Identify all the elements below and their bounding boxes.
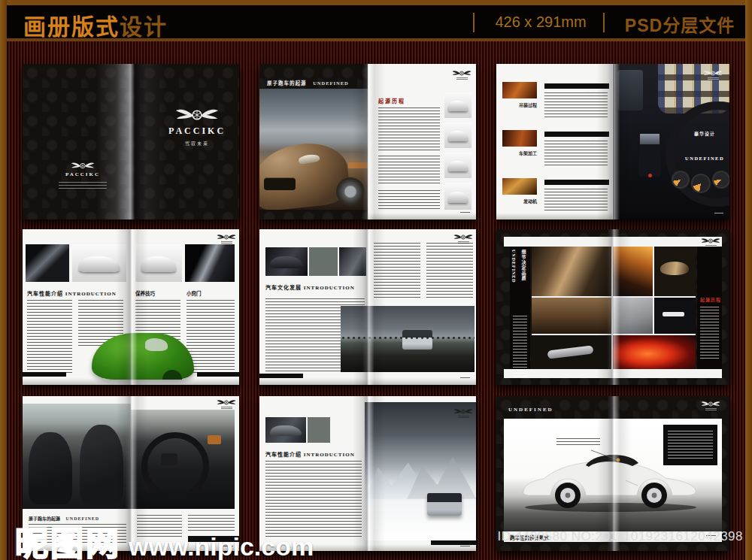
spread-details: UNDEFINED 细节决定品质 起源历程 bbox=[496, 229, 729, 385]
logo-underline bbox=[458, 241, 469, 244]
back-cover-block: PACCIKC bbox=[54, 162, 111, 191]
windshield-shape bbox=[145, 338, 168, 350]
poster-canvas: 画册版式设计 426 x 291mm PSD分层文件 PACCIKC PACCI… bbox=[0, 0, 752, 560]
car-silhouette bbox=[78, 256, 120, 272]
brand-logo-icon bbox=[217, 399, 236, 409]
gauge-shape bbox=[712, 171, 729, 189]
vertical-title-cn: 细节决定品质 bbox=[520, 250, 527, 281]
car-profile-photo bbox=[504, 419, 722, 531]
page-title-main: 画册版式 bbox=[23, 14, 120, 39]
spread-performance: 汽车性能介绍 INTRODUCTION 保养技巧 小窍门 bbox=[23, 229, 239, 385]
car-silhouette bbox=[447, 161, 468, 171]
page-curl-shadow bbox=[259, 378, 476, 385]
seats-photo bbox=[23, 404, 131, 509]
seat-shape bbox=[80, 425, 123, 504]
text-lines bbox=[426, 243, 473, 298]
section-bar: 生产流程 bbox=[544, 180, 609, 185]
car-thumbnail bbox=[135, 244, 182, 282]
file-format-label: PSD分层文件 bbox=[613, 11, 747, 37]
text-lines bbox=[374, 243, 420, 298]
grille-shape bbox=[264, 177, 296, 190]
spread-culture: 汽车文化发展 INTRODUCTION bbox=[259, 229, 476, 385]
car-detail-photo bbox=[26, 244, 69, 282]
section-heading: 汽车性能介绍 INTRODUCTION bbox=[27, 289, 117, 297]
car-silhouette bbox=[270, 425, 302, 436]
text-lines bbox=[668, 431, 713, 459]
factory-photo bbox=[502, 178, 537, 195]
header-divider bbox=[473, 13, 475, 32]
car-hood-shape bbox=[259, 140, 351, 210]
brand-logo-icon bbox=[453, 234, 473, 244]
section-heading: 汽车性能介绍 INTRODUCTION bbox=[265, 450, 355, 458]
headlight-photo bbox=[185, 244, 235, 282]
page-curl-shadow bbox=[496, 213, 729, 219]
suv-shape bbox=[427, 493, 462, 516]
interior-photo-page: 豪华设计 UNDEFINED bbox=[613, 64, 729, 219]
watermark-id: ID:4490580 NO:20111019231612042398 bbox=[498, 529, 743, 544]
footer-bar bbox=[197, 372, 239, 377]
car-thumbnail bbox=[444, 123, 472, 148]
winged-wheel-logo-icon bbox=[453, 408, 473, 415]
grass-car-photo bbox=[92, 333, 194, 380]
logo-underline bbox=[458, 416, 469, 418]
text-lines bbox=[700, 307, 719, 361]
mirror-shape bbox=[660, 262, 690, 275]
page-title-sub: 设计 bbox=[120, 14, 168, 39]
paragraph-heading: 起源历程 bbox=[378, 97, 405, 104]
page-margin-top bbox=[504, 237, 722, 247]
logo-underline bbox=[221, 407, 232, 409]
section-title-cn: 原子跑车的起源 bbox=[267, 80, 307, 86]
text-page: 起源历程 bbox=[368, 64, 476, 219]
paragraph-heading: 起源历程 bbox=[700, 296, 721, 303]
dimensions-label: 426 x 291mm bbox=[481, 14, 601, 31]
photo-caption: 发动机 bbox=[502, 198, 537, 204]
sub-heading: 保养技巧 bbox=[135, 289, 155, 297]
header-bar: 画册版式设计 426 x 291mm PSD分层文件 bbox=[7, 5, 745, 41]
car-thumbnail bbox=[72, 244, 126, 282]
road-barrier-shape bbox=[348, 162, 368, 168]
text-lines bbox=[27, 300, 72, 375]
winged-wheel-logo-icon bbox=[217, 399, 236, 406]
grid-photo-sunset bbox=[613, 247, 653, 296]
section-bar: 生产流程 bbox=[544, 83, 609, 89]
sub-heading: 小窍门 bbox=[186, 289, 202, 297]
car-silhouette bbox=[447, 192, 468, 203]
car-thumbnail bbox=[444, 92, 472, 118]
brand-name: PACCIKC bbox=[163, 126, 231, 137]
spread-origin: 原子跑车的起源 UNDEFINED 起源历程 bbox=[259, 64, 476, 219]
gauge-shape bbox=[691, 174, 711, 193]
grid-photo-bumper bbox=[532, 298, 611, 334]
door-handle-shape bbox=[547, 345, 594, 359]
hazard-button-shape bbox=[648, 174, 652, 177]
grid-photo-body-panel bbox=[613, 298, 653, 334]
winged-wheel-logo-icon bbox=[703, 70, 723, 77]
car-thumbnail bbox=[444, 183, 472, 210]
brand-logo-icon bbox=[701, 401, 720, 410]
text-lines bbox=[378, 156, 440, 186]
winged-wheel-logo-icon bbox=[71, 162, 95, 170]
spread-production: 吊装过程 生产流程 车架加工 生产流程 发动机 生产流程 豪华设计 UNDEFI… bbox=[496, 64, 729, 219]
interior-title-en: UNDEFINED bbox=[685, 156, 724, 161]
brand-logo-icon bbox=[452, 70, 472, 80]
text-lines bbox=[186, 300, 235, 375]
car-photo-dark bbox=[265, 247, 308, 276]
factory-photo bbox=[502, 130, 537, 147]
car-thumbnail-dark bbox=[265, 417, 306, 443]
watermark-site-name: 昵图网 bbox=[15, 525, 121, 560]
logo-underline bbox=[221, 241, 232, 244]
logo-underline bbox=[456, 77, 468, 80]
frame-left bbox=[0, 0, 7, 560]
winged-wheel-logo-icon bbox=[701, 401, 720, 407]
photo-caption: 车架加工 bbox=[502, 150, 537, 156]
text-lines bbox=[544, 92, 608, 120]
car-silhouette bbox=[447, 131, 468, 141]
brand-logo-icon bbox=[703, 70, 723, 80]
header-divider bbox=[603, 13, 605, 32]
logo-underline bbox=[705, 408, 717, 410]
text-lines bbox=[544, 141, 608, 168]
logo-underline bbox=[705, 245, 717, 247]
photo-caption: 吊装过程 bbox=[502, 101, 537, 108]
text-lines bbox=[378, 107, 440, 151]
car-silhouette bbox=[270, 256, 303, 268]
section-title-en: UNDEFINED bbox=[313, 80, 349, 86]
